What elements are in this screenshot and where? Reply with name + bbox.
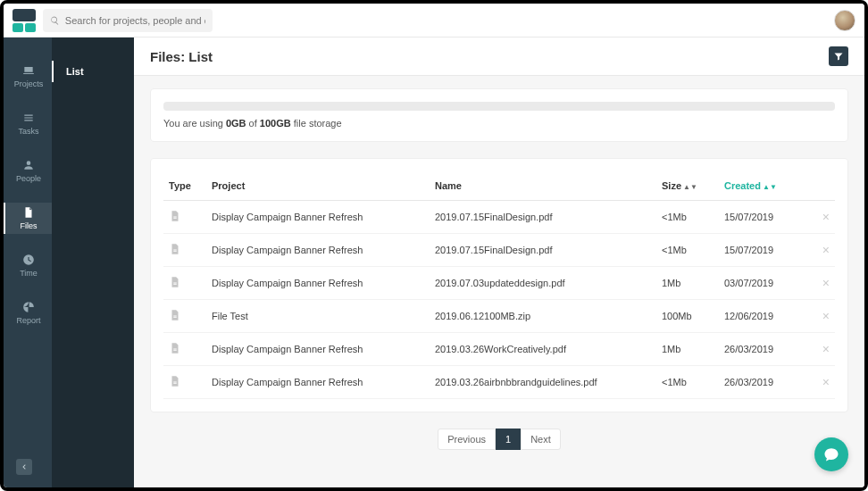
cell-name: 2019.07.15FinalDesign.pdf: [430, 201, 656, 234]
rail-item-tasks[interactable]: Tasks: [4, 108, 52, 139]
delete-button[interactable]: ×: [808, 300, 835, 333]
file-icon: [169, 209, 181, 223]
global-search[interactable]: [43, 9, 213, 32]
col-size[interactable]: Size▲▼: [656, 171, 719, 201]
cell-size: 1Mb: [656, 267, 719, 300]
cell-name: 2019.07.15FinalDesign.pdf: [430, 234, 656, 267]
user-avatar[interactable]: [834, 10, 855, 31]
page-title: Files: List: [150, 49, 213, 64]
chat-icon: [823, 446, 839, 462]
file-icon: [169, 275, 181, 289]
cell-size: <1Mb: [656, 366, 719, 399]
chat-launcher[interactable]: [814, 437, 848, 471]
cell-name: 2019.03.26WorkCreatively.pdf: [430, 333, 656, 366]
rail-label: Tasks: [18, 127, 38, 136]
cell-name: 2019.03.26airbnbbrandguidelines.pdf: [430, 366, 656, 399]
rail-item-report[interactable]: Report: [4, 297, 52, 329]
rail-label: Projects: [14, 79, 44, 88]
sort-icon: ▲▼: [683, 183, 697, 191]
search-icon: [50, 15, 60, 26]
cell-project: Display Campaign Banner Refresh: [206, 366, 430, 399]
delete-button[interactable]: ×: [808, 267, 835, 300]
cell-size: <1Mb: [656, 234, 719, 267]
main-area: Files: List You are using 0GB of 100GB f…: [134, 37, 864, 487]
rail-item-files[interactable]: Files: [4, 203, 52, 234]
file-icon: [169, 242, 181, 256]
filter-icon: [833, 51, 844, 62]
subnav-item-list[interactable]: List: [52, 61, 134, 82]
storage-bar: [163, 102, 835, 111]
delete-button[interactable]: ×: [808, 333, 835, 366]
cell-size: 100Mb: [656, 300, 719, 333]
cell-project: Display Campaign Banner Refresh: [206, 201, 430, 234]
cell-created: 15/07/2019: [719, 201, 808, 234]
col-actions: [808, 171, 835, 201]
cell-project: Display Campaign Banner Refresh: [206, 333, 430, 366]
filter-button[interactable]: [829, 46, 848, 66]
table-row[interactable]: File Test2019.06.12100MB.zip100Mb12/06/2…: [163, 300, 835, 333]
table-row[interactable]: Display Campaign Banner Refresh2019.07.1…: [163, 201, 835, 234]
chevron-left-icon: [21, 463, 28, 470]
file-icon: [169, 341, 181, 355]
cell-project: Display Campaign Banner Refresh: [206, 267, 430, 300]
file-icon: [169, 308, 181, 322]
cell-size: 1Mb: [656, 333, 719, 366]
page-header: Files: List: [134, 37, 864, 76]
rail-item-people[interactable]: People: [4, 155, 52, 187]
cell-created: 03/07/2019: [719, 267, 808, 300]
table-row[interactable]: Display Campaign Banner Refresh2019.03.2…: [163, 366, 835, 399]
pager-page-1[interactable]: 1: [496, 429, 521, 450]
topbar: [4, 4, 864, 37]
table-row[interactable]: Display Campaign Banner Refresh2019.07.1…: [163, 234, 835, 267]
rail-item-time[interactable]: Time: [4, 250, 52, 281]
rail-label: Time: [20, 269, 38, 278]
pagination: Previous 1 Next: [150, 429, 848, 450]
delete-button[interactable]: ×: [808, 234, 835, 267]
cell-created: 26/03/2019: [719, 366, 808, 399]
cell-size: <1Mb: [656, 201, 719, 234]
cell-created: 15/07/2019: [719, 234, 808, 267]
brand-logo[interactable]: [13, 9, 36, 32]
rail-item-projects[interactable]: Projects: [4, 61, 52, 92]
subnav: List: [52, 37, 134, 487]
cell-name: 2019.06.12100MB.zip: [430, 300, 656, 333]
rail-label: People: [16, 174, 41, 183]
sort-icon: ▲▼: [763, 183, 777, 191]
cell-project: Display Campaign Banner Refresh: [206, 234, 430, 267]
collapse-sidebar-button[interactable]: [16, 459, 32, 475]
table-row[interactable]: Display Campaign Banner Refresh2019.03.2…: [163, 333, 835, 366]
cell-created: 12/06/2019: [719, 300, 808, 333]
rail-label: Files: [20, 221, 37, 230]
delete-button[interactable]: ×: [808, 201, 835, 234]
pager-next[interactable]: Next: [521, 429, 561, 450]
search-input[interactable]: [65, 15, 205, 26]
col-project: Project: [206, 171, 430, 201]
table-row[interactable]: Display Campaign Banner Refresh2019.07.0…: [163, 267, 835, 300]
files-table: Type Project Name Size▲▼ Created▲▼ Displ…: [163, 171, 835, 399]
cell-created: 26/03/2019: [719, 333, 808, 366]
col-type: Type: [163, 171, 206, 201]
storage-panel: You are using 0GB of 100GB file storage: [150, 88, 848, 142]
storage-text: You are using 0GB of 100GB file storage: [163, 118, 835, 129]
rail-label: Report: [16, 316, 40, 325]
col-name: Name: [430, 171, 656, 201]
cell-project: File Test: [206, 300, 430, 333]
nav-rail: ProjectsTasksPeopleFilesTimeReport: [4, 37, 52, 487]
col-created[interactable]: Created▲▼: [719, 171, 808, 201]
files-panel: Type Project Name Size▲▼ Created▲▼ Displ…: [150, 158, 848, 412]
pager-previous[interactable]: Previous: [438, 429, 496, 450]
cell-name: 2019.07.03updateddesign.pdf: [430, 267, 656, 300]
delete-button[interactable]: ×: [808, 366, 835, 399]
file-icon: [169, 374, 181, 388]
